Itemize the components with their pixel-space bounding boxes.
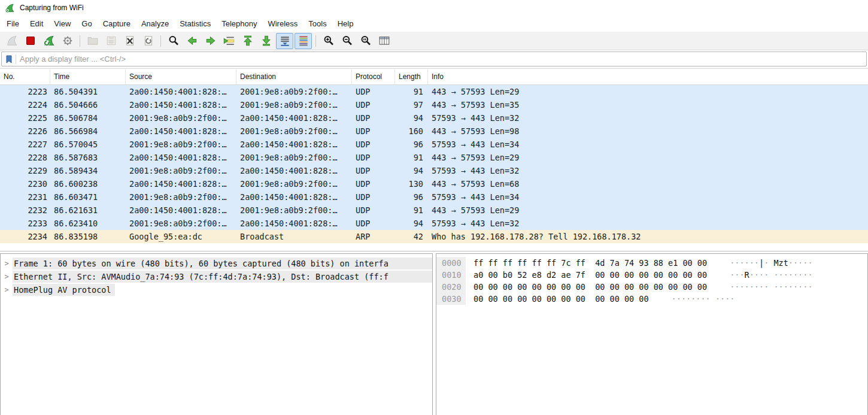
hex-offset: 0020 bbox=[436, 281, 466, 293]
packet-cell: 2232 bbox=[0, 204, 50, 217]
window-title: Capturing from WiFi bbox=[20, 4, 84, 12]
zoom-in-button[interactable] bbox=[320, 33, 337, 49]
hex-row[interactable]: 002000 00 00 00 00 00 00 00 00 00 00 00 … bbox=[436, 281, 867, 293]
packet-cell: 2a00:1450:4001:828:… bbox=[236, 164, 352, 177]
packet-row-2234[interactable]: 223486.835198Google_95:ea:dcBroadcastARP… bbox=[0, 230, 868, 243]
packet-cell: 94 bbox=[395, 111, 428, 125]
column-header-length[interactable]: Length bbox=[395, 69, 428, 84]
packet-details-pane[interactable]: >Frame 1: 60 bytes on wire (480 bits), 6… bbox=[0, 253, 433, 415]
packet-row-2231[interactable]: 223186.6034712001:9e8:a0b9:2f00:…2a00:14… bbox=[0, 190, 868, 204]
hex-ascii: ········ ········ bbox=[730, 281, 812, 293]
menu-item-analyze[interactable]: Analyze bbox=[136, 17, 174, 31]
go-first-button[interactable] bbox=[239, 33, 256, 49]
go-to-packet-button[interactable] bbox=[220, 33, 238, 49]
detail-text: Frame 1: 60 bytes on wire (480 bits), 60… bbox=[13, 258, 432, 269]
filter-bookmark-button[interactable] bbox=[2, 54, 16, 64]
capture-options-button[interactable] bbox=[59, 33, 76, 49]
packet-cell: 86.621631 bbox=[50, 204, 126, 217]
packet-cell: 443 → 57593 Len=29 bbox=[428, 151, 868, 164]
packet-row-2230[interactable]: 223086.6002382a00:1450:4001:828:…2001:9e… bbox=[0, 177, 868, 190]
lower-panes: >Frame 1: 60 bytes on wire (480 bits), 6… bbox=[0, 252, 868, 415]
expand-chevron-icon[interactable]: > bbox=[1, 272, 13, 281]
menu-item-go[interactable]: Go bbox=[76, 17, 97, 31]
packet-row-2227[interactable]: 222786.5700452001:9e8:a0b9:2f00:…2a00:14… bbox=[0, 138, 868, 151]
find-packet-button[interactable] bbox=[165, 33, 182, 49]
packet-row-2226[interactable]: 222686.5669842a00:1450:4001:828:…2001:9e… bbox=[0, 125, 868, 138]
restart-capture-button[interactable] bbox=[40, 33, 57, 49]
packet-row-2223[interactable]: 222386.5043912a00:1450:4001:828:…2001:9e… bbox=[0, 85, 868, 98]
zoom-in-icon bbox=[323, 35, 335, 47]
packet-cell: 443 → 57593 Len=29 bbox=[428, 85, 868, 98]
packet-row-2229[interactable]: 222986.5894342001:9e8:a0b9:2f00:…2a00:14… bbox=[0, 164, 868, 177]
display-filter-input[interactable]: Apply a display filter ... <Ctrl-/> bbox=[1, 52, 867, 66]
packet-cell: 2001:9e8:a0b9:2f00:… bbox=[126, 111, 236, 125]
packet-row-2225[interactable]: 222586.5067842001:9e8:a0b9:2f00:…2a00:14… bbox=[0, 111, 868, 125]
go-back-button[interactable] bbox=[183, 33, 201, 49]
packet-cell: UDP bbox=[352, 164, 395, 177]
menu-item-edit[interactable]: Edit bbox=[25, 17, 48, 31]
packet-bytes-pane[interactable]: 0000ff ff ff ff ff ff 7c ff 4d 7a 74 93 … bbox=[436, 253, 868, 415]
column-header-time[interactable]: Time bbox=[50, 69, 126, 84]
packet-cell: ARP bbox=[352, 230, 395, 243]
packet-cell: 2a00:1450:4001:828:… bbox=[236, 217, 352, 230]
start-capture-button[interactable] bbox=[3, 33, 20, 49]
packet-cell: 57593 → 443 Len=32 bbox=[428, 164, 868, 177]
menu-item-view[interactable]: View bbox=[48, 17, 76, 31]
hex-row[interactable]: 0000ff ff ff ff ff ff 7c ff 4d 7a 74 93 … bbox=[436, 257, 867, 269]
packet-cell: UDP bbox=[352, 204, 395, 217]
open-file-button[interactable] bbox=[84, 33, 101, 49]
menu-item-help[interactable]: Help bbox=[332, 17, 359, 31]
packet-cell: 86.587683 bbox=[50, 151, 126, 164]
zoom-out-button[interactable] bbox=[338, 33, 356, 49]
column-header-no[interactable]: No. bbox=[0, 69, 50, 84]
packet-cell: 2229 bbox=[0, 164, 50, 177]
packet-cell: 42 bbox=[395, 230, 428, 243]
auto-scroll-button[interactable] bbox=[276, 33, 293, 49]
hex-row[interactable]: 003000 00 00 00 00 00 00 00 00 00 00 00·… bbox=[436, 293, 867, 305]
colorize-button[interactable] bbox=[295, 33, 312, 49]
detail-row[interactable]: >Frame 1: 60 bytes on wire (480 bits), 6… bbox=[1, 257, 432, 270]
menu-item-wireless[interactable]: Wireless bbox=[262, 17, 303, 31]
normal-size-button[interactable] bbox=[357, 33, 374, 49]
go-to-packet-icon bbox=[223, 35, 235, 47]
column-header-source[interactable]: Source bbox=[126, 69, 236, 84]
packet-row-2228[interactable]: 222886.5876832a00:1450:4001:828:…2001:9e… bbox=[0, 151, 868, 164]
packet-rows[interactable]: 222386.5043912a00:1450:4001:828:…2001:9e… bbox=[0, 85, 868, 252]
menu-item-capture[interactable]: Capture bbox=[98, 17, 136, 31]
menu-item-telephony[interactable]: Telephony bbox=[216, 17, 262, 31]
packet-row-2224[interactable]: 222486.5046662a00:1450:4001:828:…2001:9e… bbox=[0, 98, 868, 111]
packet-cell: 86.570045 bbox=[50, 138, 126, 151]
column-header-protocol[interactable]: Protocol bbox=[352, 69, 395, 84]
hex-row[interactable]: 0010a0 00 b0 52 e8 d2 ae 7f 00 00 00 00 … bbox=[436, 269, 867, 281]
packet-cell: 86.600238 bbox=[50, 177, 126, 190]
stop-capture-button[interactable] bbox=[22, 33, 39, 49]
detail-row[interactable]: >Ethernet II, Src: AVMAudio_7a:74:93 (7c… bbox=[1, 270, 432, 283]
expand-chevron-icon[interactable]: > bbox=[1, 286, 13, 294]
packet-row-2233[interactable]: 223386.6234102001:9e8:a0b9:2f00:…2a00:14… bbox=[0, 217, 868, 230]
packet-row-2232[interactable]: 223286.6216312a00:1450:4001:828:…2001:9e… bbox=[0, 204, 868, 217]
menu-item-tools[interactable]: Tools bbox=[303, 17, 332, 31]
save-file-icon bbox=[105, 35, 117, 47]
toolbar-separator bbox=[80, 35, 80, 47]
expand-chevron-icon[interactable]: > bbox=[1, 259, 13, 268]
column-header-destination[interactable]: Destination bbox=[236, 69, 352, 84]
go-forward-button[interactable] bbox=[202, 33, 219, 49]
packet-cell: 2226 bbox=[0, 125, 50, 138]
detail-row[interactable]: >HomePlug AV protocol bbox=[1, 283, 432, 296]
detail-rows: >Frame 1: 60 bytes on wire (480 bits), 6… bbox=[1, 257, 432, 296]
column-header-info[interactable]: Info bbox=[428, 69, 868, 84]
go-last-button[interactable] bbox=[257, 33, 275, 49]
hex-bytes: a0 00 b0 52 e8 d2 ae 7f 00 00 00 00 00 0… bbox=[474, 269, 707, 281]
wireshark-window: Capturing from WiFi FileEditViewGoCaptur… bbox=[0, 0, 868, 415]
auto-scroll-icon bbox=[279, 35, 291, 47]
resize-columns-button[interactable] bbox=[375, 33, 393, 49]
menu-item-statistics[interactable]: Statistics bbox=[174, 17, 216, 31]
packet-cell: 2227 bbox=[0, 138, 50, 151]
colorize-icon bbox=[298, 35, 309, 47]
reload-file-button[interactable] bbox=[139, 33, 157, 49]
menu-item-file[interactable]: File bbox=[1, 17, 25, 31]
packet-cell: 86.623410 bbox=[50, 217, 126, 230]
packet-cell: 91 bbox=[395, 85, 428, 98]
save-file-button[interactable] bbox=[102, 33, 120, 49]
close-file-button[interactable] bbox=[121, 33, 138, 49]
